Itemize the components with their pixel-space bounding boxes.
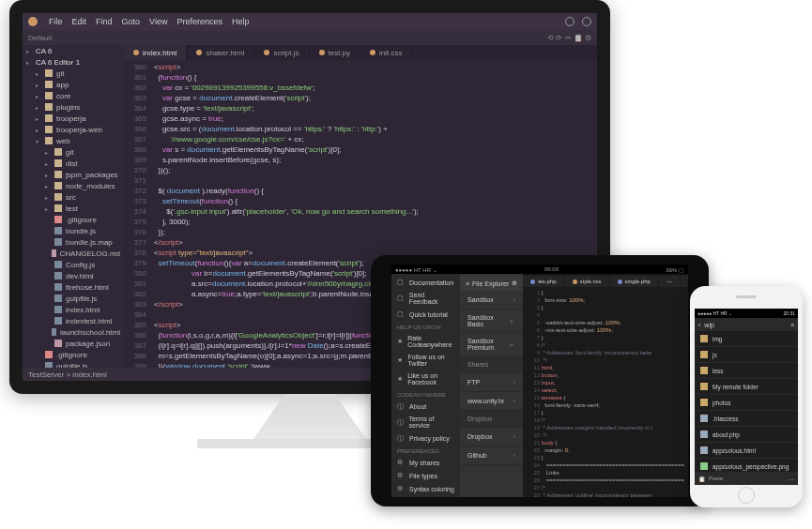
tree-item[interactable]: ▸dist	[23, 158, 124, 169]
tree-item[interactable]: package.json	[23, 338, 124, 349]
tree-folder[interactable]: ▸trooperja	[23, 113, 124, 124]
tree-item[interactable]: Config.js	[23, 259, 124, 270]
file-explorer-header: ≡File Explorer⊕	[460, 276, 523, 291]
paste-label[interactable]: Paste	[709, 476, 723, 481]
explorer-item[interactable]: Dropbox›	[460, 428, 523, 446]
add-icon[interactable]: ⊕	[512, 280, 517, 287]
editor-tab[interactable]: script.js	[254, 45, 309, 60]
phone-device: ●●●●● HT HR ⌄20:31 ‹ wip ≡ imgjslessMy r…	[690, 286, 803, 507]
tree-item[interactable]: ▸node_modules	[23, 180, 124, 191]
paste-icon[interactable]: 📋	[698, 476, 705, 482]
file-item[interactable]: js	[695, 347, 798, 363]
tree-folder[interactable]: ▸trooperja-web	[23, 124, 124, 135]
plus-icon[interactable]: ＋	[508, 340, 515, 350]
file-item[interactable]: .htaccess	[695, 411, 798, 427]
file-item[interactable]: about.php	[695, 427, 798, 443]
menu-help[interactable]: Help	[232, 17, 250, 26]
plus-icon[interactable]: ＋	[508, 316, 515, 326]
menu-preferences[interactable]: Preferences	[176, 17, 222, 26]
tree-folder[interactable]: ▸git	[23, 68, 124, 79]
tree-item[interactable]: bundle.js.map	[23, 236, 124, 248]
tree-folder[interactable]: ▾web	[23, 135, 124, 146]
sync-icon[interactable]	[565, 17, 575, 26]
tree-item[interactable]: .gitignore	[23, 214, 124, 225]
tree-item[interactable]: ▸src	[23, 191, 124, 203]
menu-item[interactable]: ★Rate Codeanywhere	[391, 332, 460, 351]
tree-item[interactable]: .gitignore	[23, 349, 124, 360]
explorer-item[interactable]: Github›	[460, 446, 523, 465]
editor-tab[interactable]: index.html	[124, 45, 187, 60]
tablet-tab[interactable]: style.css	[565, 276, 610, 287]
file-item[interactable]: My remote folder	[695, 379, 798, 395]
menu-item[interactable]: ▢Quick tutorial	[391, 308, 460, 321]
menu-view[interactable]: View	[149, 17, 167, 26]
tree-folder[interactable]: ▸app	[23, 79, 124, 90]
tree-item[interactable]: ▸test	[23, 203, 124, 214]
chevron-right-icon[interactable]: ›	[513, 432, 515, 441]
tree-root[interactable]: ▸CA 6	[23, 45, 124, 56]
editor-tab[interactable]: shaker.html	[187, 45, 254, 60]
tree-item[interactable]: gulpfile.js	[23, 293, 124, 304]
line-gutter: 3603613623633643653663673683693703713723…	[124, 60, 150, 368]
tree-item[interactable]: CHANGELOG.md	[23, 248, 124, 259]
menu-item[interactable]: ⚙File types	[391, 469, 460, 482]
user-icon[interactable]	[582, 17, 591, 26]
menu-item[interactable]: ⚙My shares	[391, 456, 460, 469]
menu-item[interactable]: ▢Send Feedback	[391, 289, 460, 308]
file-item[interactable]: photos	[695, 395, 798, 411]
tree-item[interactable]: dev.html	[23, 270, 124, 281]
phone-screen: ●●●●● HT HR ⌄20:31 ‹ wip ≡ imgjslessMy r…	[695, 309, 798, 485]
menu-find[interactable]: Find	[96, 17, 113, 26]
tablet-tab[interactable]: single.php	[610, 276, 659, 287]
explorer-item[interactable]: Sandbox Basic＋	[460, 310, 523, 333]
menu-goto[interactable]: Goto	[122, 17, 141, 26]
toolbar-more-icon[interactable]: ⋯	[789, 476, 794, 482]
back-button[interactable]: ‹	[698, 322, 700, 328]
tree-item[interactable]: ▸git	[23, 146, 124, 158]
menu-item[interactable]: ⚙Syntax coloring	[391, 482, 460, 495]
tree-folder[interactable]: ▸plugins	[23, 101, 124, 113]
folder-title: wip	[704, 322, 714, 328]
file-item[interactable]: appcurious.html	[695, 443, 798, 459]
tablet-tab-more[interactable]: ⋯	[659, 276, 681, 287]
chevron-right-icon[interactable]: ›	[513, 295, 515, 304]
tablet-tab[interactable]: les.php	[523, 276, 564, 287]
explorer-item[interactable]: www.unity.hr›	[460, 392, 523, 411]
editor-tab[interactable]: test.py	[310, 45, 361, 60]
menu-icon[interactable]: ≡	[790, 322, 794, 328]
chevron-right-icon[interactable]: ›	[513, 378, 515, 386]
tree-item[interactable]: launchschool.html	[23, 326, 124, 338]
tree-item[interactable]: ▸jspm_packages	[23, 169, 124, 180]
tree-root[interactable]: ▸CA 6 Editor 1	[23, 56, 124, 68]
editor-tab[interactable]: init.css	[360, 45, 412, 60]
explorer-item[interactable]: Sandbox›	[460, 291, 523, 310]
file-item[interactable]: img	[695, 331, 798, 347]
editor-tabs: index.htmlshaker.htmlscript.jstest.pyini…	[124, 45, 597, 60]
menubar-right	[565, 17, 591, 26]
menu-file[interactable]: File	[49, 17, 63, 26]
menu-item[interactable]: ⓘPrivacy policy	[391, 431, 460, 445]
tree-item[interactable]: firehose.html	[23, 281, 124, 293]
menu-edit[interactable]: Edit	[72, 17, 87, 26]
menu-item[interactable]: ⓘAbout	[391, 400, 460, 413]
hamburger-icon[interactable]: ≡	[466, 280, 469, 287]
tree-item[interactable]: indextest.html	[23, 315, 124, 326]
home-button[interactable]	[738, 487, 755, 504]
tree-folder[interactable]: ▸core	[23, 90, 124, 101]
menu-item[interactable]: ★Like us on Facebook	[391, 370, 460, 388]
tree-item[interactable]: bundle.js	[23, 225, 124, 236]
section-label: Dropbox	[460, 411, 523, 428]
menu-item[interactable]: ▢Documentation	[391, 276, 460, 289]
explorer-item[interactable]: Sandbox Premium＋	[460, 333, 523, 356]
tablet-tabs: les.phpstyle.csssingle.php⋯	[523, 276, 688, 287]
tablet-code[interactable]: 1 {2 font-size: 100%;3 }4 5 -webkit-text…	[523, 287, 688, 497]
file-item[interactable]: less	[695, 363, 798, 379]
tree-item[interactable]: index.html	[23, 304, 124, 315]
tree-item[interactable]: gulpfile.js	[23, 360, 124, 368]
menu-item[interactable]: ★Follow us on Twitter	[391, 351, 460, 370]
chevron-right-icon[interactable]: ›	[513, 451, 515, 460]
explorer-item[interactable]: FTP›	[460, 373, 523, 392]
menu-item[interactable]: ⓘTerms of service	[391, 413, 460, 431]
chevron-right-icon[interactable]: ›	[513, 397, 515, 405]
menubar: FileEditFindGotoViewPreferencesHelp	[23, 13, 597, 30]
